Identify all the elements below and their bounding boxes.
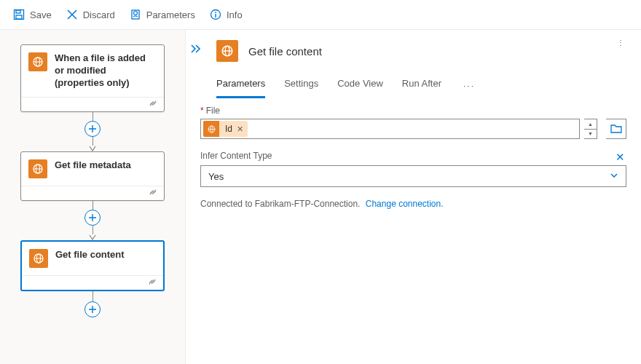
parameters-label: Parameters	[146, 9, 195, 20]
save-icon	[13, 9, 25, 20]
file-label: File	[206, 106, 220, 116]
tab-run-after[interactable]: Run After	[402, 74, 441, 98]
dynamic-token-id[interactable]: Id ✕	[203, 121, 248, 137]
svg-rect-2	[16, 15, 22, 19]
chevron-down-icon	[610, 171, 618, 182]
stepper-up-icon[interactable]: ▲	[584, 119, 597, 130]
file-picker-button[interactable]	[606, 119, 626, 139]
svg-rect-7	[215, 14, 216, 17]
panel-title: Get file content	[248, 45, 322, 58]
arrow-icon	[89, 234, 96, 240]
sftp-icon	[216, 40, 238, 62]
tab-code-view[interactable]: Code View	[337, 74, 383, 98]
file-stepper[interactable]: ▲ ▼	[584, 119, 597, 139]
arrow-icon	[89, 146, 96, 151]
connector-end	[84, 291, 101, 317]
info-label: Info	[227, 9, 243, 20]
connector	[84, 201, 101, 240]
details-panel: ⋮ Get file content Parameters Settings C…	[186, 30, 641, 364]
connection-icon	[148, 98, 158, 111]
action-node-content[interactable]: Get file content	[20, 240, 165, 291]
node-title: When a file is added or modified (proper…	[55, 52, 157, 90]
tab-settings[interactable]: Settings	[284, 74, 318, 98]
parameters-icon	[130, 9, 141, 20]
file-field: *File Id ✕ ▲ ▼	[200, 106, 626, 139]
panel-more-icon[interactable]: ⋮	[617, 39, 625, 47]
required-indicator: *	[200, 106, 204, 116]
main-area: When a file is added or modified (proper…	[0, 30, 641, 364]
token-label: Id	[225, 124, 232, 134]
save-label: Save	[30, 9, 52, 20]
node-title: Get file metadata	[55, 159, 131, 172]
designer-canvas[interactable]: When a file is added or modified (proper…	[0, 30, 186, 364]
parameters-button[interactable]: Parameters	[124, 6, 201, 23]
infer-field: Infer Content Type ✕ Yes	[200, 149, 626, 187]
file-input[interactable]: Id ✕	[200, 119, 580, 139]
sftp-icon	[28, 159, 47, 178]
trigger-node[interactable]: When a file is added or modified (proper…	[20, 44, 165, 112]
discard-label: Discard	[83, 9, 115, 20]
connected-prefix: Connected to	[200, 199, 255, 209]
add-step-button[interactable]	[84, 301, 101, 317]
clear-infer-button[interactable]: ✕	[614, 149, 626, 165]
discard-button[interactable]: Discard	[60, 6, 121, 23]
add-step-button[interactable]	[84, 210, 101, 226]
node-title: Get file content	[55, 249, 125, 261]
tab-overflow-button[interactable]: ···	[460, 81, 478, 91]
panel-tabs: Parameters Settings Code View Run After …	[216, 74, 626, 98]
svg-point-6	[215, 12, 216, 13]
connection-name: Fabrikam-FTP-Connection.	[255, 199, 361, 209]
infer-label: Infer Content Type	[200, 151, 272, 161]
connection-icon	[147, 277, 157, 289]
action-node-metadata[interactable]: Get file metadata	[20, 151, 165, 201]
connector	[84, 112, 101, 151]
svg-point-4	[133, 12, 137, 15]
infer-select[interactable]: Yes	[200, 165, 626, 187]
close-icon	[66, 9, 78, 20]
connection-icon	[148, 187, 158, 199]
token-remove-button[interactable]: ✕	[237, 124, 243, 134]
info-icon	[210, 9, 221, 20]
add-step-button[interactable]	[84, 121, 101, 137]
change-connection-link[interactable]: Change connection.	[366, 199, 444, 209]
stepper-down-icon[interactable]: ▼	[584, 130, 597, 139]
tab-parameters[interactable]: Parameters	[216, 74, 265, 98]
info-button[interactable]: Info	[204, 6, 248, 23]
svg-rect-1	[16, 10, 20, 13]
sftp-icon	[28, 52, 47, 71]
connection-status: Connected to Fabrikam-FTP-Connection. Ch…	[200, 199, 626, 209]
save-button[interactable]: Save	[7, 6, 58, 23]
sftp-icon	[203, 121, 219, 137]
infer-value: Yes	[208, 171, 224, 182]
collapse-panel-button[interactable]	[190, 44, 202, 55]
sftp-icon	[29, 249, 48, 268]
command-bar: Save Discard Parameters Info	[0, 0, 641, 30]
